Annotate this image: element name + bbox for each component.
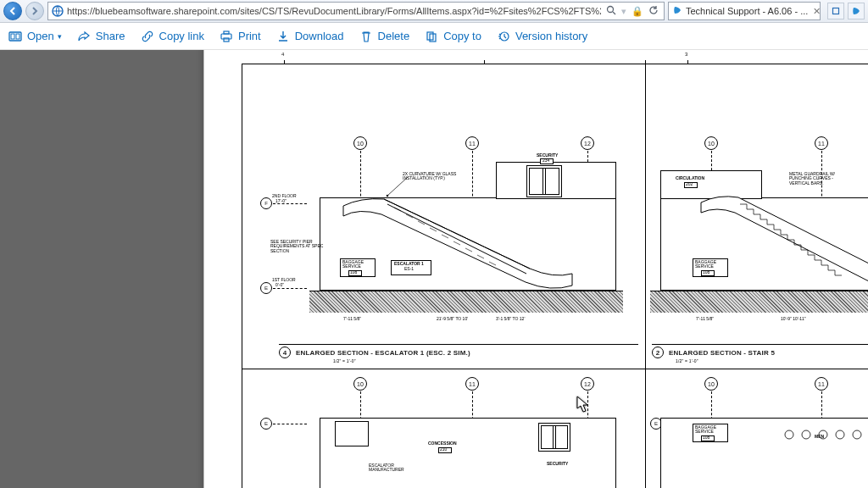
- copy-to-label: Copy to: [443, 30, 481, 42]
- home-button[interactable]: [848, 3, 865, 19]
- drawing-title-bar: 2 ENLARGED SECTION - STAIR 5 1/2" = 1'-0…: [652, 344, 868, 358]
- drawing-lower-left: 10 11 12 E CONCESSION 210 ESCALATOR MANU…: [242, 369, 645, 488]
- room-name: CIRCULATION: [676, 176, 704, 180]
- share-button[interactable]: Share: [77, 30, 125, 43]
- drawing-lower-right: 10 11 E BAGGAGE SERVICE 108 MEN: [645, 369, 868, 488]
- column-grid-bubble: 11: [465, 136, 479, 150]
- escalator-tag: ES-1: [404, 267, 414, 271]
- room-number: 234: [542, 158, 549, 163]
- annotation: METAL GUARDRAIL W/ PUNCHING CURVES - VER…: [789, 172, 835, 186]
- new-tab-button[interactable]: [827, 3, 844, 19]
- print-icon: [220, 30, 233, 43]
- download-label: Download: [295, 30, 344, 42]
- print-button[interactable]: Print: [220, 30, 261, 43]
- svg-rect-8: [224, 31, 229, 34]
- floor-elevation: 0'-0": [275, 283, 284, 287]
- room-name: BAGGAGE SERVICE: [695, 425, 716, 435]
- row-grid-bubble: E: [260, 418, 272, 430]
- stair-truss: [696, 191, 868, 292]
- svg-rect-3: [833, 8, 839, 14]
- annotation: ESCALATOR MANUFACTURER: [369, 463, 404, 473]
- tab-title: Technical Support - A6.06 - ...: [686, 6, 808, 16]
- close-tab-icon[interactable]: ✕: [811, 6, 821, 17]
- annotation: SEE SECURITY PIER REQUIREMENTS AT SPEC S…: [270, 240, 323, 253]
- room-name: BAGGAGE SERVICE: [342, 260, 364, 269]
- print-label: Print: [238, 30, 261, 42]
- url-input[interactable]: [67, 3, 601, 19]
- room-number: 202: [686, 182, 693, 186]
- svg-point-25: [802, 430, 810, 439]
- room-number: 108: [350, 270, 357, 274]
- lock-icon: 🔒: [632, 6, 643, 17]
- row-grid-bubble: E: [260, 282, 272, 294]
- svg-rect-5: [11, 34, 14, 39]
- drawing-escalator-1: 10 11 12 F E 2ND FLOOR 17'-0" 1ST FLOOR …: [242, 64, 645, 369]
- link-icon: [141, 30, 154, 43]
- column-grid-bubble: 10: [704, 377, 718, 391]
- version-history-label: Version history: [515, 30, 587, 42]
- svg-point-1: [608, 7, 614, 13]
- refresh-icon[interactable]: [648, 5, 659, 17]
- column-grid-bubble: 10: [353, 377, 367, 391]
- share-label: Share: [96, 30, 125, 42]
- forward-button[interactable]: [25, 2, 44, 20]
- drawing-scale: 1/2" = 1'-0": [333, 358, 356, 363]
- svg-rect-9: [224, 38, 229, 42]
- dimension: 21'-9 5/8" TO 10': [437, 316, 468, 321]
- dimension: 7'-11 5/8": [343, 316, 361, 321]
- drawing-title: ENLARGED SECTION - ESCALATOR 1 (ESC. 2 S…: [296, 349, 470, 357]
- copy-to-button[interactable]: Copy to: [425, 30, 481, 43]
- row-grid-bubble: F: [260, 197, 272, 209]
- room-number: 108: [703, 270, 709, 274]
- svg-point-24: [785, 430, 793, 439]
- column-grid-bubble: 10: [353, 136, 367, 150]
- drawing-number: 4: [279, 347, 291, 358]
- history-icon: [497, 30, 510, 43]
- column-grid-bubble: 12: [581, 377, 594, 391]
- column-grid-bubble: 12: [581, 136, 594, 150]
- drawing-title: ENLARGED SECTION - STAIR 5: [669, 349, 775, 357]
- delete-icon: [359, 30, 373, 43]
- svg-line-22: [387, 177, 408, 196]
- download-icon: [276, 30, 290, 43]
- svg-line-2: [613, 12, 615, 14]
- download-button[interactable]: Download: [276, 30, 344, 43]
- drawing-stair-5: 10 11 CIRCULATION 202 METAL GU: [645, 64, 868, 369]
- copy-icon: [425, 30, 438, 43]
- svg-point-28: [853, 430, 861, 439]
- svg-point-23: [387, 195, 389, 197]
- drawing-number: 2: [652, 347, 664, 358]
- dimension: 7'-11 5/8": [696, 316, 714, 321]
- svg-point-27: [836, 430, 844, 439]
- site-favicon: [51, 4, 64, 18]
- open-button[interactable]: Open ▾: [8, 30, 62, 43]
- share-icon: [77, 30, 91, 43]
- escalator: [335, 191, 581, 292]
- delete-button[interactable]: Delete: [359, 30, 410, 43]
- address-bar[interactable]: ▾ 🔒: [47, 2, 665, 20]
- column-grid-bubble: 11: [815, 136, 828, 150]
- room-number: 108: [703, 435, 709, 440]
- chevron-down-icon: ▾: [58, 32, 62, 41]
- room-name: CONCESSION: [428, 441, 457, 446]
- drawing-sheet: 4 3 10 11 12 F E 2ND FLOOR 17'-0" 1ST FL…: [203, 50, 868, 488]
- sharepoint-toolbar: Open ▾ Share Copy link Print Download De…: [0, 23, 868, 50]
- svg-point-26: [819, 430, 827, 439]
- copy-link-label: Copy link: [159, 30, 204, 42]
- back-button[interactable]: [3, 2, 22, 20]
- column-grid-bubble: 10: [704, 136, 718, 150]
- version-history-button[interactable]: Version history: [497, 30, 587, 43]
- drawing-scale: 1/2" = 1'-0": [676, 358, 698, 363]
- svg-rect-6: [16, 34, 19, 39]
- room-name: SECURITY: [547, 462, 568, 466]
- column-grid-bubble: 11: [815, 377, 828, 391]
- room-name: BAGGAGE SERVICE: [695, 260, 716, 269]
- browser-tab[interactable]: Technical Support - A6.06 - ... ✕: [668, 2, 821, 20]
- drawing-title-bar: 4 ENLARGED SECTION - ESCALATOR 1 (ESC. 2…: [279, 344, 638, 358]
- tab-favicon: [672, 5, 682, 17]
- search-icon[interactable]: [606, 5, 616, 17]
- dimension: 3'-1 5/8" TO 12': [496, 316, 525, 321]
- open-label: Open: [27, 30, 54, 42]
- document-viewport[interactable]: 4 3 10 11 12 F E 2ND FLOOR 17'-0" 1ST FL…: [0, 50, 868, 488]
- copy-link-button[interactable]: Copy link: [141, 30, 204, 43]
